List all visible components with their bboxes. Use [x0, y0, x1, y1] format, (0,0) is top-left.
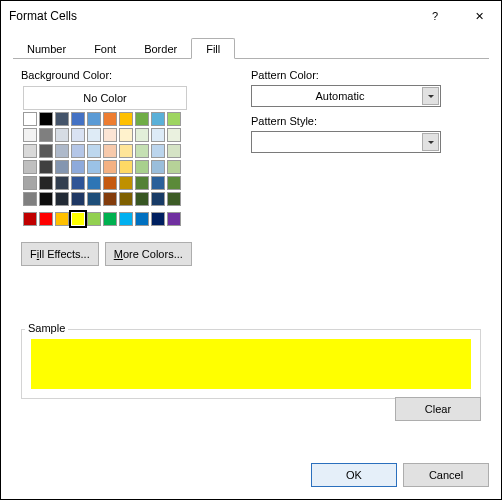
color-swatch[interactable] — [71, 128, 85, 142]
color-swatch[interactable] — [71, 112, 85, 126]
color-swatch[interactable] — [167, 212, 181, 226]
color-swatch[interactable] — [23, 128, 37, 142]
chevron-down-icon — [422, 133, 439, 151]
tab-number-label: Number — [27, 43, 66, 55]
help-button[interactable]: ? — [413, 1, 457, 31]
color-swatch[interactable] — [87, 176, 101, 190]
color-swatch[interactable] — [103, 112, 117, 126]
color-swatch[interactable] — [119, 144, 133, 158]
color-swatch[interactable] — [55, 112, 69, 126]
color-swatch[interactable] — [135, 176, 149, 190]
color-swatch[interactable] — [55, 128, 69, 142]
palette-theme-grid — [23, 112, 185, 206]
color-swatch[interactable] — [167, 144, 181, 158]
color-swatch[interactable] — [151, 128, 165, 142]
color-swatch[interactable] — [71, 160, 85, 174]
color-swatch[interactable] — [103, 128, 117, 142]
clear-button[interactable]: Clear — [395, 397, 481, 421]
color-swatch[interactable] — [103, 176, 117, 190]
color-swatch[interactable] — [39, 112, 53, 126]
more-colors-button[interactable]: More Colors... — [105, 242, 192, 266]
color-swatch[interactable] — [151, 192, 165, 206]
fill-effects-button[interactable]: Fill Effects... — [21, 242, 99, 266]
color-swatch[interactable] — [151, 160, 165, 174]
color-swatch[interactable] — [55, 176, 69, 190]
color-swatch[interactable] — [167, 128, 181, 142]
color-swatch[interactable] — [87, 112, 101, 126]
color-swatch[interactable] — [167, 112, 181, 126]
color-swatch[interactable] — [39, 128, 53, 142]
color-swatch[interactable] — [135, 144, 149, 158]
color-swatch[interactable] — [167, 176, 181, 190]
color-swatch[interactable] — [119, 176, 133, 190]
color-swatch[interactable] — [39, 192, 53, 206]
color-swatch[interactable] — [23, 144, 37, 158]
color-swatch[interactable] — [87, 212, 101, 226]
color-swatch[interactable] — [167, 192, 181, 206]
color-swatch[interactable] — [71, 212, 85, 226]
format-cells-dialog: Format Cells ? ✕ Number Font Border Fill… — [0, 0, 502, 500]
color-swatch[interactable] — [135, 192, 149, 206]
color-swatch[interactable] — [55, 192, 69, 206]
color-swatch[interactable] — [87, 144, 101, 158]
no-color-button[interactable]: No Color — [25, 88, 185, 108]
color-swatch[interactable] — [103, 192, 117, 206]
color-swatch[interactable] — [87, 192, 101, 206]
color-palette: No Color — [21, 85, 187, 228]
ok-button[interactable]: OK — [311, 463, 397, 487]
palette-standard-grid — [23, 212, 185, 226]
pattern-style-dropdown[interactable] — [251, 131, 441, 153]
tab-font-label: Font — [94, 43, 116, 55]
cancel-button[interactable]: Cancel — [403, 463, 489, 487]
color-swatch[interactable] — [39, 212, 53, 226]
color-swatch[interactable] — [103, 160, 117, 174]
tab-number[interactable]: Number — [13, 38, 80, 59]
color-swatch[interactable] — [55, 212, 69, 226]
color-swatch[interactable] — [135, 112, 149, 126]
color-swatch[interactable] — [87, 128, 101, 142]
color-swatch[interactable] — [55, 160, 69, 174]
color-swatch[interactable] — [103, 212, 117, 226]
color-swatch[interactable] — [71, 192, 85, 206]
close-button[interactable]: ✕ — [457, 1, 501, 31]
color-swatch[interactable] — [151, 112, 165, 126]
color-swatch[interactable] — [39, 160, 53, 174]
tab-border-label: Border — [144, 43, 177, 55]
color-swatch[interactable] — [135, 160, 149, 174]
pattern-color-dropdown[interactable]: Automatic — [251, 85, 441, 107]
pattern-color-value: Automatic — [258, 90, 440, 102]
color-swatch[interactable] — [151, 144, 165, 158]
color-swatch[interactable] — [135, 128, 149, 142]
help-icon: ? — [432, 10, 438, 22]
tab-font[interactable]: Font — [80, 38, 130, 59]
color-swatch[interactable] — [23, 160, 37, 174]
color-swatch[interactable] — [135, 212, 149, 226]
color-swatch[interactable] — [23, 212, 37, 226]
color-swatch[interactable] — [151, 212, 165, 226]
sample-label: Sample — [25, 322, 68, 334]
color-swatch[interactable] — [39, 144, 53, 158]
color-swatch[interactable] — [119, 212, 133, 226]
no-color-label: No Color — [83, 92, 126, 104]
color-swatch[interactable] — [87, 160, 101, 174]
color-swatch[interactable] — [39, 176, 53, 190]
color-swatch[interactable] — [119, 160, 133, 174]
tab-fill[interactable]: Fill — [191, 38, 235, 59]
color-swatch[interactable] — [103, 144, 117, 158]
close-icon: ✕ — [475, 10, 484, 23]
tab-strip: Number Font Border Fill — [1, 31, 501, 59]
window-title: Format Cells — [9, 9, 413, 23]
color-swatch[interactable] — [119, 128, 133, 142]
color-swatch[interactable] — [71, 176, 85, 190]
color-swatch[interactable] — [119, 112, 133, 126]
color-swatch[interactable] — [23, 192, 37, 206]
color-swatch[interactable] — [23, 112, 37, 126]
color-swatch[interactable] — [151, 176, 165, 190]
color-swatch[interactable] — [71, 144, 85, 158]
color-swatch[interactable] — [55, 144, 69, 158]
pattern-style-label: Pattern Style: — [251, 115, 481, 127]
color-swatch[interactable] — [23, 176, 37, 190]
tab-border[interactable]: Border — [130, 38, 191, 59]
color-swatch[interactable] — [167, 160, 181, 174]
color-swatch[interactable] — [119, 192, 133, 206]
